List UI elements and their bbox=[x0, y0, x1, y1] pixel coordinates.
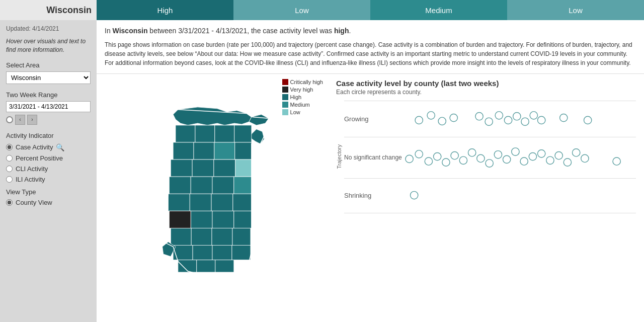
trajectory-axis-label: Trajectory bbox=[336, 144, 342, 169]
info-panel: In Wisconsin between 3/31/2021 - 4/13/20… bbox=[97, 20, 644, 74]
legend-high: High bbox=[282, 94, 323, 100]
svg-rect-13 bbox=[214, 159, 235, 177]
shrinking-dots-svg bbox=[405, 184, 636, 207]
svg-marker-1 bbox=[249, 115, 269, 125]
radio-percent-positive-input[interactable] bbox=[6, 155, 13, 162]
main-layout: Updated: 4/14/2021 Hover over visuals an… bbox=[0, 20, 644, 322]
svg-point-74 bbox=[581, 154, 589, 162]
svg-point-46 bbox=[495, 111, 503, 119]
svg-point-42 bbox=[438, 117, 446, 125]
y-axis-label-container: Trajectory bbox=[336, 101, 342, 213]
legend-low: Low bbox=[282, 109, 323, 115]
svg-point-55 bbox=[415, 150, 423, 157]
svg-point-72 bbox=[564, 158, 571, 166]
svg-rect-5 bbox=[215, 125, 234, 142]
svg-rect-34 bbox=[232, 246, 251, 260]
wisconsin-map[interactable] bbox=[137, 105, 288, 291]
state-bold: Wisconsin bbox=[113, 27, 148, 35]
headline-end: . bbox=[349, 27, 351, 35]
svg-rect-30 bbox=[232, 228, 251, 246]
svg-rect-22 bbox=[233, 194, 252, 211]
svg-rect-7 bbox=[173, 142, 194, 159]
hover-hint: Hover over visuals and text to find more… bbox=[6, 37, 91, 54]
level-3: Medium bbox=[370, 0, 507, 20]
svg-rect-25 bbox=[212, 211, 234, 228]
svg-rect-38 bbox=[169, 211, 191, 228]
svg-point-75 bbox=[613, 157, 620, 165]
radio-county-view-input[interactable] bbox=[6, 199, 13, 206]
svg-point-64 bbox=[494, 150, 502, 158]
svg-point-71 bbox=[555, 151, 562, 159]
radio-ili-activity-input[interactable] bbox=[6, 176, 13, 183]
growing-label: Growing bbox=[344, 115, 405, 123]
svg-point-47 bbox=[504, 116, 512, 124]
prev-button[interactable]: ‹ bbox=[15, 115, 25, 125]
svg-point-61 bbox=[468, 148, 476, 156]
legend-low-label: Low bbox=[290, 109, 300, 115]
legend-low-box bbox=[282, 109, 288, 115]
radio-ili-activity[interactable]: ILI Activity bbox=[6, 176, 91, 183]
chart-panel: Case activity level by county (last two … bbox=[328, 74, 644, 322]
state-header: Wisconsin bbox=[0, 0, 97, 20]
trajectory-chart: Trajectory Growing bbox=[336, 101, 636, 213]
svg-rect-27 bbox=[171, 228, 191, 246]
svg-rect-28 bbox=[191, 228, 212, 246]
svg-rect-37 bbox=[215, 260, 234, 272]
svg-rect-16 bbox=[191, 177, 212, 194]
range-radio[interactable] bbox=[6, 116, 13, 123]
growing-dots-svg bbox=[405, 105, 636, 133]
no-change-dots-svg bbox=[405, 141, 636, 174]
svg-point-51 bbox=[538, 116, 545, 124]
legend-medium: Medium bbox=[282, 102, 323, 108]
radio-county-view-label: County View bbox=[16, 199, 52, 206]
svg-point-76 bbox=[411, 191, 418, 199]
svg-rect-4 bbox=[195, 125, 215, 142]
map-panel: Critically high Very high High Medium bbox=[97, 74, 328, 322]
svg-point-68 bbox=[529, 152, 536, 160]
next-button[interactable]: › bbox=[27, 115, 37, 125]
legend-critically-high: Critically high bbox=[282, 79, 323, 85]
svg-rect-14 bbox=[235, 159, 252, 177]
radio-case-activity-label: Case Activity bbox=[16, 143, 53, 151]
nav-controls: ‹ › bbox=[6, 115, 91, 125]
svg-point-70 bbox=[546, 156, 554, 164]
radio-percent-positive[interactable]: Percent Positive bbox=[6, 154, 91, 162]
svg-rect-10 bbox=[235, 142, 252, 159]
svg-point-63 bbox=[486, 159, 493, 167]
level-1: High bbox=[97, 0, 233, 20]
radio-case-activity-input[interactable] bbox=[6, 144, 13, 150]
svg-rect-36 bbox=[197, 260, 215, 272]
svg-point-52 bbox=[560, 114, 568, 121]
legend-medium-box bbox=[282, 102, 288, 108]
svg-marker-2 bbox=[251, 129, 264, 144]
radio-cli-activity-label: CLI Activity bbox=[16, 165, 48, 173]
svg-rect-26 bbox=[234, 211, 252, 228]
svg-point-56 bbox=[425, 157, 432, 165]
svg-point-48 bbox=[513, 112, 521, 120]
radio-cli-activity[interactable]: CLI Activity bbox=[6, 165, 91, 173]
no-change-row: No significant change bbox=[344, 137, 636, 178]
radio-case-activity[interactable]: Case Activity 🔍 bbox=[6, 143, 91, 151]
state-select[interactable]: Wisconsin bbox=[6, 71, 91, 84]
sidebar: Updated: 4/14/2021 Hover over visuals an… bbox=[0, 20, 97, 322]
svg-point-69 bbox=[538, 149, 545, 157]
headline: In Wisconsin between 3/31/2021 - 4/13/20… bbox=[105, 26, 636, 36]
svg-rect-33 bbox=[212, 246, 232, 260]
radio-county-view[interactable]: County View bbox=[6, 199, 91, 206]
radio-cli-activity-input[interactable] bbox=[6, 166, 13, 172]
legend-very-high: Very high bbox=[282, 87, 323, 93]
radio-ili-activity-label: ILI Activity bbox=[16, 176, 45, 183]
no-change-dots bbox=[405, 141, 636, 174]
level-4: Low bbox=[507, 0, 644, 20]
svg-rect-8 bbox=[194, 142, 214, 159]
updated-label: Updated: 4/14/2021 bbox=[6, 25, 91, 32]
svg-rect-20 bbox=[190, 194, 211, 211]
level-2: Low bbox=[233, 0, 370, 20]
date-range-input[interactable] bbox=[6, 101, 91, 112]
svg-point-65 bbox=[503, 155, 511, 163]
legend-medium-label: Medium bbox=[290, 102, 310, 108]
select-area-label: Select Area bbox=[6, 61, 91, 69]
svg-point-66 bbox=[512, 147, 519, 155]
view-type-label: View Type bbox=[6, 188, 91, 196]
svg-point-53 bbox=[584, 116, 592, 124]
